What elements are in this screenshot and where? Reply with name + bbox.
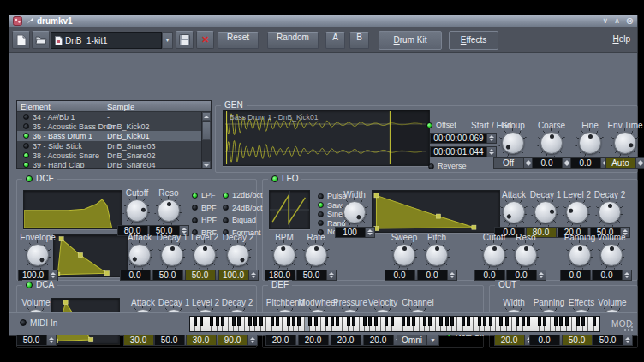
knob-rate[interactable]: [294, 242, 338, 268]
reset-button[interactable]: Reset: [218, 32, 259, 49]
knob-env-time[interactable]: [603, 130, 644, 156]
open-preset-button[interactable]: [32, 31, 50, 49]
value-spinner[interactable]: [249, 270, 259, 281]
value-spinner[interactable]: [248, 335, 258, 346]
knob-decay-2[interactable]: [216, 242, 260, 268]
value-decay-2[interactable]: 90.0: [218, 335, 248, 346]
b-button[interactable]: B: [349, 32, 369, 49]
value-volume[interactable]: 0.0: [592, 270, 623, 281]
black-key[interactable]: [297, 317, 301, 326]
value-spinner[interactable]: [47, 335, 57, 346]
reverse-toggle[interactable]: Reverse: [428, 162, 467, 170]
new-preset-button[interactable]: [12, 31, 30, 49]
value-spinner[interactable]: [623, 335, 633, 346]
black-key[interactable]: [554, 317, 558, 326]
list-item[interactable]: 34 - A#/Bb 1-: [17, 112, 203, 122]
knob-width[interactable]: [332, 199, 377, 225]
column-header-element[interactable]: Element: [21, 102, 51, 111]
list-item[interactable]: 36 - Bass Drum 1DnB_Kick01: [17, 131, 203, 140]
value-spinner[interactable]: [537, 270, 546, 281]
value-group[interactable]: Off: [493, 157, 524, 169]
black-key[interactable]: [593, 317, 596, 326]
delete-preset-button[interactable]: ✕: [196, 31, 214, 49]
value-attack[interactable]: 30.0: [123, 335, 154, 346]
value-env-time[interactable]: Auto: [605, 157, 636, 169]
preset-combo[interactable]: DnB_1-kit1: [51, 32, 162, 49]
black-key[interactable]: [253, 317, 257, 326]
list-scrollbar[interactable]: [201, 112, 211, 169]
black-key[interactable]: [308, 317, 312, 326]
black-key[interactable]: [336, 317, 339, 326]
resize-grip[interactable]: [631, 329, 633, 331]
value-sweep[interactable]: 0.0: [385, 270, 415, 281]
black-key[interactable]: [391, 317, 394, 326]
black-key[interactable]: [385, 317, 388, 326]
offset-toggle[interactable]: Offset: [426, 121, 456, 129]
value-volume[interactable]: 50.0: [593, 335, 623, 346]
value-fine[interactable]: 0.0: [570, 157, 601, 169]
black-key[interactable]: [194, 317, 197, 326]
minimize-icon[interactable]: ∨: [603, 17, 609, 25]
value-panning[interactable]: 0.0: [529, 335, 560, 346]
value-spinner[interactable]: [366, 227, 375, 238]
black-key[interactable]: [428, 317, 432, 326]
value-level-2[interactable]: 50.0: [185, 270, 216, 281]
value-attack[interactable]: 0.0: [120, 270, 151, 281]
scroll-down-icon[interactable]: [202, 161, 211, 169]
black-key[interactable]: [565, 317, 569, 326]
knob-pitch[interactable]: [414, 242, 459, 268]
tab-effects[interactable]: Effects: [449, 31, 498, 50]
black-key[interactable]: [423, 317, 426, 326]
black-key[interactable]: [248, 317, 252, 326]
black-key[interactable]: [581, 317, 585, 326]
black-key[interactable]: [368, 317, 372, 326]
a-button[interactable]: A: [325, 32, 345, 49]
black-key[interactable]: [347, 317, 350, 326]
black-key[interactable]: [221, 317, 224, 326]
dropdown-arrow-icon[interactable]: ▼: [427, 335, 439, 346]
value-decay-1[interactable]: 50.0: [152, 270, 183, 281]
filter-slope-12db-oct[interactable]: 12dB/oct: [223, 191, 263, 199]
black-key[interactable]: [412, 317, 415, 326]
filter-type-hpf[interactable]: HPF: [192, 216, 217, 224]
window-titlebar[interactable]: drumkv1 ∨ ∧ ⊗: [9, 15, 637, 27]
value-channel[interactable]: Omni: [397, 335, 427, 346]
black-key[interactable]: [489, 317, 492, 326]
value-spinner[interactable]: [623, 270, 632, 281]
value-pressure[interactable]: 20.0: [331, 335, 361, 346]
start-time-field-value[interactable]: 00:00:00.069: [430, 133, 487, 144]
knob-reso[interactable]: [146, 198, 191, 223]
knob-decay-2[interactable]: [587, 199, 632, 225]
black-key[interactable]: [259, 317, 263, 326]
filter-slope-24db-oct[interactable]: 24dB/oct: [223, 204, 263, 212]
value-modwheel[interactable]: 20.0: [298, 335, 329, 346]
black-key[interactable]: [314, 317, 318, 326]
filter-slope-biquad[interactable]: Biquad: [223, 216, 256, 224]
value-pitch[interactable]: 0.0: [417, 270, 448, 281]
black-key[interactable]: [331, 317, 334, 326]
black-key[interactable]: [210, 317, 213, 326]
black-key[interactable]: [522, 317, 525, 326]
knob-envelope[interactable]: [15, 242, 60, 268]
maximize-icon[interactable]: ∧: [614, 17, 620, 25]
black-key[interactable]: [402, 317, 405, 326]
list-item[interactable]: 37 - Side StickDnB_Snare03: [17, 141, 203, 151]
black-key[interactable]: [462, 317, 465, 326]
value-level-2[interactable]: 30.0: [186, 335, 217, 346]
end-time-field[interactable]: 00:00:01.044: [430, 146, 497, 157]
knob-reso[interactable]: [504, 242, 548, 268]
black-key[interactable]: [439, 317, 443, 326]
list-item[interactable]: 35 - Acoustic Bass DrumDnB_Kick02: [17, 122, 203, 131]
scroll-thumb[interactable]: [202, 122, 211, 140]
black-key[interactable]: [352, 317, 355, 326]
black-key[interactable]: [363, 317, 367, 326]
waveform-display[interactable]: Bass Drum 1 - DnB_Kick01: [223, 110, 430, 166]
value-panning[interactable]: 0.0: [560, 270, 591, 281]
black-key[interactable]: [527, 317, 530, 326]
lfo-envelope-display[interactable]: [372, 190, 500, 233]
filter-type-bpf[interactable]: BPF: [192, 204, 217, 212]
value-decay-2[interactable]: 100.0: [218, 270, 249, 281]
preset-combo-arrow-icon[interactable]: ▾: [162, 32, 173, 49]
black-key[interactable]: [576, 317, 580, 326]
value-volume[interactable]: 50.0: [16, 335, 47, 346]
